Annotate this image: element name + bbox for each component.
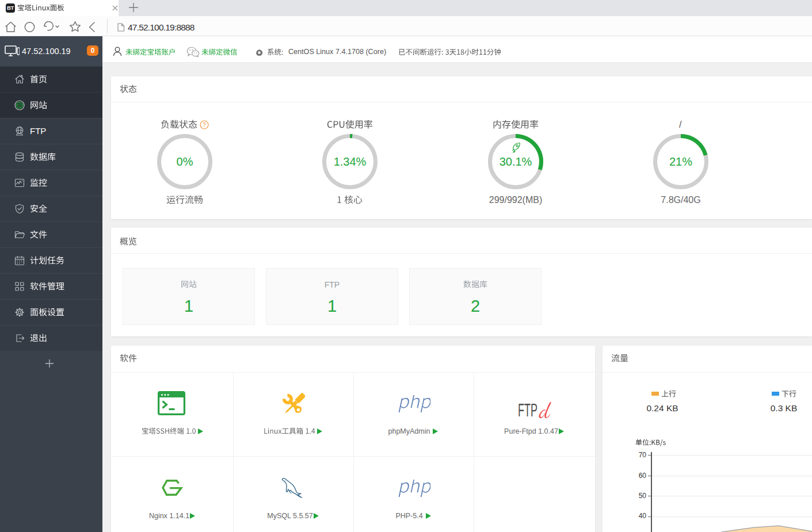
- svg-text:?: ?: [203, 122, 206, 128]
